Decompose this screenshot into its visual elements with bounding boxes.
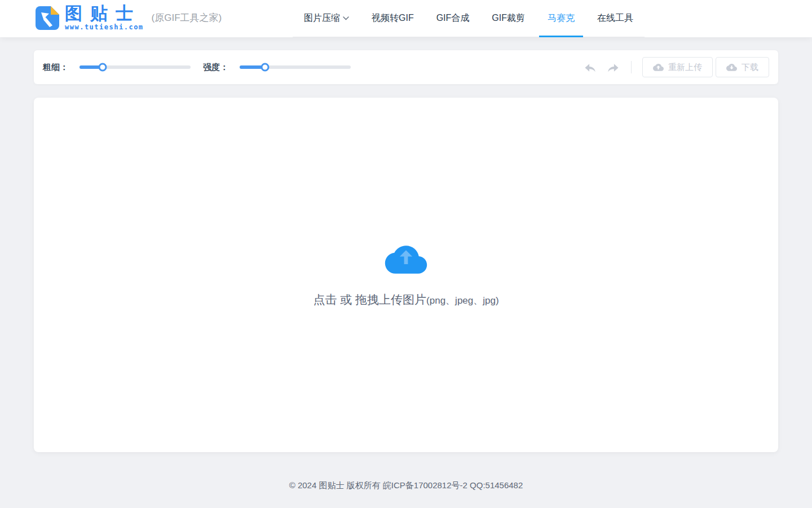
nav-item-video-to-gif[interactable]: 视频转GIF <box>360 0 425 37</box>
cloud-upload-icon <box>653 63 664 71</box>
nav-item-gif-crop[interactable]: GIF裁剪 <box>480 0 536 37</box>
redo-arrow-icon <box>606 62 620 73</box>
chevron-down-icon <box>343 16 349 20</box>
undo-arrow-icon <box>584 62 597 73</box>
strength-slider[interactable] <box>240 65 351 69</box>
logo-arrow-icon <box>36 6 59 30</box>
download-button[interactable]: 下载 <box>716 57 769 77</box>
toolbar-divider <box>631 61 632 73</box>
logo-url: www.tutieshi.com <box>65 23 144 31</box>
header: 图贴士 www.tutieshi.com (原GIF工具之家) 图片压缩 视频转… <box>0 0 812 37</box>
upload-formats-hint: (png、jpeg、jpg) <box>426 295 499 306</box>
reupload-button[interactable]: 重新上传 <box>642 57 713 77</box>
upload-instruction: 点击 或 拖拽上传图片 <box>313 293 426 306</box>
thickness-slider-handle[interactable] <box>99 63 107 72</box>
cloud-upload-icon <box>385 242 427 277</box>
nav-item-gif-compose[interactable]: GIF合成 <box>425 0 481 37</box>
strength-slider-handle[interactable] <box>261 63 270 72</box>
thickness-label: 粗细： <box>43 62 68 73</box>
thickness-slider[interactable] <box>80 65 191 69</box>
cloud-download-icon <box>726 63 737 71</box>
footer-copyright: © 2024 图贴士 版权所有 皖ICP备17002812号-2 QQ:5145… <box>0 480 812 491</box>
strength-label: 强度： <box>203 62 228 73</box>
nav-item-mosaic[interactable]: 马赛克 <box>536 0 586 37</box>
nav-item-image-compress[interactable]: 图片压缩 <box>293 0 360 37</box>
main-nav: 图片压缩 视频转GIF GIF合成 GIF裁剪 马赛克 在线工具 <box>293 0 645 37</box>
nav-item-online-tools[interactable]: 在线工具 <box>586 0 645 37</box>
redo-button[interactable] <box>606 62 620 73</box>
logo-title: 图贴士 <box>65 5 144 22</box>
site-logo[interactable]: 图贴士 www.tutieshi.com (原GIF工具之家) <box>36 5 222 31</box>
upload-dropzone[interactable]: 点击 或 拖拽上传图片(png、jpeg、jpg) <box>34 98 778 452</box>
mosaic-toolbar: 粗细： 强度： <box>34 50 778 84</box>
undo-button[interactable] <box>584 62 597 73</box>
logo-subtitle: (原GIF工具之家) <box>152 11 222 24</box>
